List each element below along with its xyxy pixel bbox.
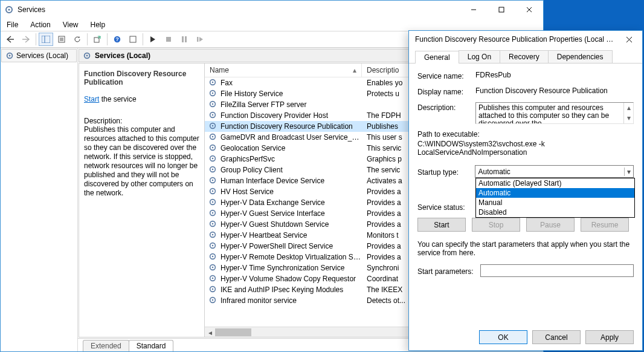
pause-service-button[interactable] xyxy=(177,33,192,46)
gear-icon xyxy=(208,263,218,273)
export-button[interactable] xyxy=(90,33,105,46)
description-text: Publishes this computer and resources at… xyxy=(84,125,199,198)
service-name: Hyper-V Heartbeat Service xyxy=(221,231,362,240)
svg-point-1 xyxy=(8,8,10,10)
service-name: Hyper-V Guest Service Interface xyxy=(221,209,362,218)
stop-service-button[interactable] xyxy=(161,33,176,46)
help-contents-button[interactable] xyxy=(126,33,140,46)
dialog-titlebar: Function Discovery Resource Publication … xyxy=(409,31,642,48)
dlg-tab-dependencies[interactable]: Dependencies xyxy=(548,50,613,63)
close-button[interactable] xyxy=(515,1,543,19)
status-label: Service status: xyxy=(417,202,475,212)
gear-icon xyxy=(208,122,218,131)
startup-type-select[interactable]: Automatic ▾ xyxy=(475,165,634,178)
svg-point-64 xyxy=(212,278,213,279)
service-name: HV Host Service xyxy=(221,187,362,196)
start-service-button[interactable] xyxy=(146,33,160,46)
tab-standard[interactable]: Standard xyxy=(129,340,174,351)
service-name: FileZilla Server FTP server xyxy=(221,100,362,109)
gear-icon xyxy=(208,220,218,229)
titlebar: Services xyxy=(1,1,543,19)
dropdown-option[interactable]: Disabled xyxy=(476,207,634,217)
dialog-title: Function Discovery Resource Publication … xyxy=(415,35,616,44)
display-name-value: Function Discovery Resource Publication xyxy=(475,86,634,95)
info-column: Function Discovery Resource Publication … xyxy=(79,64,205,337)
svg-rect-3 xyxy=(499,7,504,12)
dropdown-option[interactable]: Manual xyxy=(476,198,634,207)
maximize-button[interactable] xyxy=(488,1,515,19)
gear-icon xyxy=(208,296,218,305)
service-name: IKE and AuthIP IPsec Keying Modules xyxy=(221,285,362,294)
svg-point-42 xyxy=(212,158,213,159)
selected-service-name: Function Discovery Resource Publication xyxy=(84,70,199,86)
startup-selected: Automatic xyxy=(478,168,510,176)
start-params-input[interactable] xyxy=(480,264,634,277)
svg-point-36 xyxy=(212,125,213,126)
dlg-tab-recovery[interactable]: Recovery xyxy=(500,50,549,63)
refresh-button[interactable] xyxy=(70,33,85,46)
service-name: Hyper-V Volume Shadow Copy Requestor xyxy=(221,275,362,283)
svg-point-60 xyxy=(212,256,213,257)
gear-icon xyxy=(208,111,218,120)
dropdown-option[interactable]: Automatic xyxy=(476,188,634,198)
forward-button[interactable] xyxy=(19,33,33,46)
gear-icon xyxy=(208,100,218,109)
properties-dialog: Function Discovery Resource Publication … xyxy=(408,30,643,351)
scroll-left-button[interactable]: ◂ xyxy=(205,327,215,337)
tree-root-label: Services (Local) xyxy=(16,51,68,60)
window-title: Services xyxy=(18,5,460,14)
start-link[interactable]: Start xyxy=(84,95,99,103)
ok-button[interactable]: OK xyxy=(479,330,527,344)
show-hide-tree-button[interactable] xyxy=(39,33,53,46)
right-header-label: Services (Local) xyxy=(95,51,150,60)
dlg-tab-logon[interactable]: Log On xyxy=(459,50,500,63)
svg-rect-20 xyxy=(182,36,184,42)
tab-extended[interactable]: Extended xyxy=(83,340,129,351)
tree-root[interactable]: Services (Local) xyxy=(1,49,77,62)
help-button[interactable]: ? xyxy=(110,33,124,46)
svg-point-62 xyxy=(212,267,213,268)
sort-indicator-icon: ▴ xyxy=(353,66,356,74)
dialog-tabs: General Log On Recovery Dependencies xyxy=(409,48,642,64)
cancel-button[interactable]: Cancel xyxy=(532,330,581,344)
desc-scroll-up[interactable]: ▴ xyxy=(623,103,633,113)
scroll-thumb[interactable] xyxy=(215,328,251,336)
menu-view[interactable]: View xyxy=(60,20,81,30)
menu-action[interactable]: Action xyxy=(28,20,53,30)
svg-point-40 xyxy=(212,147,213,148)
svg-rect-21 xyxy=(185,36,187,42)
startup-dropdown[interactable]: Automatic (Delayed Start)AutomaticManual… xyxy=(475,178,635,218)
service-name: Fax xyxy=(221,79,362,87)
svg-point-24 xyxy=(9,55,11,57)
menu-file[interactable]: File xyxy=(4,20,21,30)
minimize-button[interactable] xyxy=(460,1,488,19)
apply-button[interactable]: Apply xyxy=(585,330,634,344)
dlg-tab-general[interactable]: General xyxy=(415,51,459,64)
menu-help[interactable]: Help xyxy=(88,20,108,30)
service-name: GameDVR and Broadcast User Service_2933a… xyxy=(221,133,362,142)
service-name: Human Interface Device Service xyxy=(221,177,362,185)
restart-service-button[interactable] xyxy=(193,33,207,46)
gear-icon xyxy=(208,209,218,218)
svg-rect-19 xyxy=(166,37,171,42)
svg-point-66 xyxy=(212,288,213,290)
dialog-close-button[interactable] xyxy=(616,31,642,48)
start-params-note: You can specify the start parameters tha… xyxy=(417,240,634,257)
dropdown-option[interactable]: Automatic (Delayed Start) xyxy=(476,178,634,188)
tree-pane: Services (Local) xyxy=(1,48,78,351)
svg-point-56 xyxy=(212,234,213,235)
gear-icon xyxy=(208,274,218,284)
desc-scroll-down[interactable]: ▾ xyxy=(623,113,633,123)
service-pause-button: Pause xyxy=(526,218,575,232)
path-value: C:\WINDOWS\system32\svchost.exe -k Local… xyxy=(417,140,634,157)
col-name[interactable]: Name ▴ xyxy=(205,64,362,77)
svg-point-26 xyxy=(86,55,88,57)
gear-icon xyxy=(208,252,218,262)
gear-icon xyxy=(208,198,218,207)
back-button[interactable] xyxy=(3,33,18,46)
service-start-button[interactable]: Start xyxy=(417,218,466,232)
properties-button[interactable] xyxy=(54,33,69,46)
svg-point-30 xyxy=(212,93,213,94)
service-name: Group Policy Client xyxy=(221,166,362,174)
description-label: Description: xyxy=(84,117,199,125)
